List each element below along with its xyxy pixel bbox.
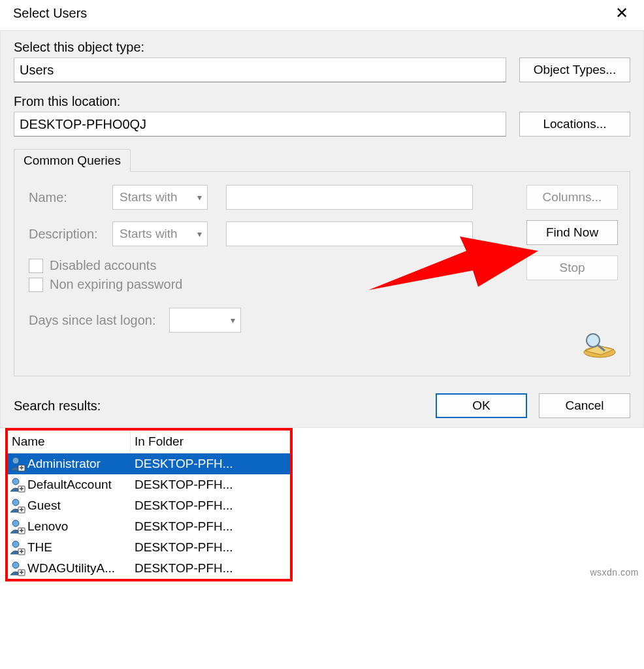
- table-row[interactable]: THEDESKTOP-PFH...: [8, 537, 290, 558]
- cell-folder: DESKTOP-PFH...: [131, 519, 290, 534]
- locations-button[interactable]: Locations...: [519, 112, 630, 137]
- ok-button[interactable]: OK: [436, 393, 527, 418]
- cell-folder: DESKTOP-PFH...: [131, 540, 290, 555]
- cell-folder: DESKTOP-PFH...: [131, 478, 290, 492]
- name-mode-combo[interactable]: Starts with ▾: [112, 185, 208, 210]
- name-mode-value: Starts with: [120, 190, 178, 204]
- object-type-label: Select this object type:: [14, 40, 630, 55]
- column-header-folder[interactable]: In Folder: [131, 431, 290, 453]
- cell-folder: DESKTOP-PFH...: [131, 561, 290, 576]
- cell-name: THE: [8, 540, 131, 555]
- svg-point-9: [12, 520, 19, 527]
- cell-name: Guest: [8, 498, 131, 514]
- disabled-accounts-checkbox[interactable]: [29, 259, 43, 273]
- table-row[interactable]: WDAGUtilityA...DESKTOP-PFH...: [8, 558, 290, 579]
- description-input[interactable]: [226, 221, 473, 246]
- search-results-table: Name In Folder AdministratorDESKTOP-PFH.…: [5, 428, 293, 581]
- watermark: wsxdn.com: [590, 567, 639, 578]
- cell-folder: DESKTOP-PFH...: [131, 498, 290, 513]
- description-mode-value: Starts with: [120, 227, 178, 241]
- object-types-button[interactable]: Object Types...: [519, 57, 630, 82]
- column-header-name[interactable]: Name: [8, 431, 131, 453]
- svg-point-3: [12, 457, 19, 464]
- location-label: From this location:: [14, 94, 630, 109]
- object-type-field[interactable]: Users: [14, 57, 506, 82]
- search-results-label: Search results:: [14, 399, 424, 414]
- svg-point-5: [12, 478, 19, 485]
- svg-point-11: [12, 541, 19, 547]
- svg-point-7: [12, 499, 19, 506]
- name-input[interactable]: [226, 185, 473, 210]
- table-row[interactable]: AdministratorDESKTOP-PFH...: [8, 453, 290, 474]
- table-header: Name In Folder: [8, 431, 290, 453]
- days-since-logon-label: Days since last logon:: [29, 313, 156, 328]
- name-label: Name:: [29, 190, 112, 205]
- days-since-logon-combo[interactable]: ▾: [169, 308, 241, 333]
- cell-name: Lenovo: [8, 519, 131, 534]
- cancel-button[interactable]: Cancel: [539, 393, 630, 418]
- tab-common-queries[interactable]: Common Queries: [14, 149, 131, 172]
- cell-folder: DESKTOP-PFH...: [131, 457, 290, 471]
- description-label: Description:: [29, 227, 112, 242]
- svg-point-13: [12, 562, 19, 568]
- chevron-down-icon: ▾: [197, 192, 202, 203]
- chevron-down-icon: ▾: [231, 315, 235, 325]
- dialog-title: Select Users: [13, 6, 87, 21]
- disabled-accounts-label: Disabled accounts: [50, 258, 156, 273]
- table-row[interactable]: GuestDESKTOP-PFH...: [8, 495, 290, 516]
- stop-button[interactable]: Stop: [526, 255, 618, 280]
- table-row[interactable]: LenovoDESKTOP-PFH...: [8, 516, 290, 537]
- description-mode-combo[interactable]: Starts with ▾: [112, 221, 208, 246]
- table-row[interactable]: DefaultAccountDESKTOP-PFH...: [8, 474, 290, 495]
- common-queries-group: Name: Starts with ▾ Description: Starts …: [14, 171, 630, 376]
- titlebar: Select Users ✕: [0, 0, 644, 30]
- cell-name: DefaultAccount: [8, 477, 131, 493]
- location-field[interactable]: DESKTOP-PFHO0QJ: [14, 112, 506, 137]
- dialog-body: Select this object type: Users Object Ty…: [0, 30, 644, 428]
- chevron-down-icon: ▾: [197, 229, 202, 239]
- non-expiring-password-label: Non expiring password: [50, 277, 182, 292]
- cell-name: Administrator: [8, 456, 131, 472]
- search-book-icon: [576, 330, 618, 359]
- non-expiring-password-checkbox[interactable]: [29, 278, 43, 292]
- close-icon[interactable]: ✕: [609, 4, 635, 22]
- cell-name: WDAGUtilityA...: [8, 561, 131, 576]
- select-users-dialog: Select Users ✕ Select this object type: …: [0, 0, 644, 581]
- find-now-button[interactable]: Find Now: [526, 220, 618, 245]
- columns-button[interactable]: Columns...: [526, 185, 618, 210]
